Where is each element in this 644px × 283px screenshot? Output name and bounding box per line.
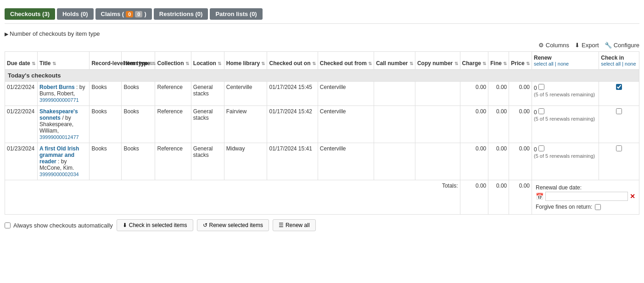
th-record-level-item-type[interactable]: Record-level item type ⇅ bbox=[90, 52, 122, 70]
collection-cell: Reference bbox=[155, 106, 191, 143]
checkin-checkbox[interactable] bbox=[616, 108, 622, 114]
record-type-cell: Books bbox=[90, 82, 122, 106]
tab-restrictions[interactable]: Restrictions (0) bbox=[154, 8, 208, 20]
th-charge[interactable]: Charge ⇅ bbox=[460, 52, 488, 70]
title-cell: Robert Burns : by Burns, Robert, 3999900… bbox=[38, 82, 90, 106]
table-row: 01/22/2024 Shakespeare's sonnets / by Sh… bbox=[5, 106, 639, 143]
tab-checkouts[interactable]: Checkouts (3) bbox=[5, 8, 55, 20]
th-checked-out-on[interactable]: Checked out on ⇅ bbox=[267, 52, 318, 70]
check-in-btn-label: Check in selected items bbox=[129, 222, 187, 228]
th-checked-out-from[interactable]: Checked out from ⇅ bbox=[318, 52, 374, 70]
check-in-selected-button[interactable]: ⬇ Check in selected items bbox=[117, 219, 193, 231]
renew-checkbox[interactable] bbox=[538, 108, 544, 114]
th-due-date[interactable]: Due date ⇅ bbox=[5, 52, 38, 70]
checkouts-table: Due date ⇅ Title ⇅ Record-level item typ… bbox=[5, 51, 639, 215]
sort-icon-home-library: ⇅ bbox=[261, 61, 265, 66]
renew-selected-btn-label: Renew selected items bbox=[209, 222, 263, 228]
columns-label: Columns bbox=[546, 42, 569, 49]
th-copy-number[interactable]: Copy number ⇅ bbox=[415, 52, 460, 70]
checkin-select-links: select all | none bbox=[601, 61, 637, 67]
configure-button[interactable]: 🔧 Configure bbox=[605, 42, 639, 49]
expand-link[interactable]: Number of checkouts by item type bbox=[5, 30, 100, 37]
renewals-remaining: (5 of 5 renewals remaining) bbox=[534, 92, 595, 97]
forgive-checkbox[interactable] bbox=[595, 204, 601, 210]
totals-charge: 0.00 bbox=[460, 180, 488, 215]
copy-number-cell bbox=[415, 143, 460, 180]
renew-all-button[interactable]: ☰ Renew all bbox=[273, 219, 316, 231]
title-link[interactable]: Robert Burns bbox=[39, 84, 75, 90]
sort-icon-call-number: ⇅ bbox=[409, 61, 413, 66]
barcode-link[interactable]: 39999000002034 bbox=[39, 172, 79, 177]
renew-select-none[interactable]: none bbox=[558, 61, 569, 67]
columns-button[interactable]: ⚙ Columns bbox=[538, 42, 569, 49]
title-link[interactable]: Shakespeare's sonnets bbox=[39, 108, 78, 121]
call-number-cell bbox=[374, 106, 415, 143]
export-button[interactable]: ⬇ Export bbox=[575, 42, 599, 49]
table-row: 01/22/2024 Robert Burns : by Burns, Robe… bbox=[5, 82, 639, 106]
th-title[interactable]: Title ⇅ bbox=[38, 52, 90, 70]
toolbar-row: ⚙ Columns ⬇ Export 🔧 Configure bbox=[5, 40, 639, 51]
section-header-row: Today's checkouts bbox=[5, 70, 639, 82]
always-show-label: Always show checkouts automatically bbox=[13, 222, 113, 229]
item-type-cell: Books bbox=[122, 82, 155, 106]
call-number-cell bbox=[374, 82, 415, 106]
th-fine[interactable]: Fine ⇅ bbox=[488, 52, 509, 70]
renew-cell: 0 (5 of 5 renewals remaining) bbox=[532, 106, 599, 143]
title-cell: A first Old Irish grammar and reader : b… bbox=[38, 143, 90, 180]
home-library-cell: Centerville bbox=[224, 82, 267, 106]
always-show-checkbox[interactable] bbox=[5, 222, 11, 228]
sort-icon-fine: ⇅ bbox=[503, 61, 507, 66]
checkin-checkbox[interactable] bbox=[616, 84, 622, 90]
checked-out-from-cell: Centerville bbox=[318, 82, 374, 106]
barcode-link[interactable]: 39999000000771 bbox=[39, 97, 79, 103]
tab-patron-lists[interactable]: Patron lists (0) bbox=[210, 8, 262, 20]
due-date-cell: 01/23/2024 bbox=[5, 143, 38, 180]
copy-number-cell bbox=[415, 82, 460, 106]
th-call-number[interactable]: Call number ⇅ bbox=[374, 52, 415, 70]
checked-out-on-cell: 01/17/2024 15:42 bbox=[267, 106, 318, 143]
checkin-select-none[interactable]: none bbox=[625, 61, 636, 67]
renewal-date-input[interactable] bbox=[545, 192, 628, 201]
location-cell: General stacks bbox=[191, 143, 224, 180]
due-date-cell: 01/22/2024 bbox=[5, 106, 38, 143]
home-library-cell: Fairview bbox=[224, 106, 267, 143]
checkin-cell bbox=[599, 143, 639, 180]
clear-date-button[interactable]: ✕ bbox=[630, 193, 635, 200]
th-price[interactable]: Price ⇅ bbox=[509, 52, 532, 70]
renew-select-links: select all | none bbox=[534, 61, 597, 67]
barcode-link[interactable]: 39999000012477 bbox=[39, 134, 79, 140]
collection-cell: Reference bbox=[155, 82, 191, 106]
th-location[interactable]: Location ⇅ bbox=[191, 52, 224, 70]
renew-selected-button[interactable]: ↺ Renew selected items bbox=[197, 219, 269, 231]
check-in-icon: ⬇ bbox=[123, 222, 127, 228]
title-cell: Shakespeare's sonnets / by Shakespeare, … bbox=[38, 106, 90, 143]
renew-all-btn-label: Renew all bbox=[286, 222, 310, 228]
location-cell: General stacks bbox=[191, 106, 224, 143]
totals-label: Totals: bbox=[5, 180, 460, 215]
th-item-type[interactable]: Item type ⇅ bbox=[122, 52, 155, 70]
renew-checkbox[interactable] bbox=[538, 84, 544, 90]
renewals-remaining: (5 of 5 renewals remaining) bbox=[534, 116, 595, 122]
sort-icon-checked-out-from: ⇅ bbox=[368, 61, 372, 66]
expand-row: Number of checkouts by item type bbox=[5, 28, 639, 40]
tab-claims[interactable]: Claims ( 0 0 ) bbox=[95, 8, 152, 20]
gear-icon: ⚙ bbox=[538, 42, 544, 49]
tab-holds[interactable]: Holds (0) bbox=[57, 8, 94, 20]
export-icon: ⬇ bbox=[575, 42, 580, 49]
claims-badge-1: 0 bbox=[126, 11, 133, 17]
charge-cell: 0.00 bbox=[460, 143, 488, 180]
th-home-library[interactable]: Home library ⇅ bbox=[224, 52, 267, 70]
renewal-date-row: 📅 ✕ bbox=[536, 192, 635, 201]
forgive-label: Forgive fines on return: bbox=[536, 204, 592, 210]
footer-row: Always show checkouts automatically ⬇ Ch… bbox=[5, 215, 639, 236]
renew-select-all[interactable]: select all bbox=[534, 61, 554, 67]
th-collection[interactable]: Collection ⇅ bbox=[155, 52, 191, 70]
tabs-bar: Checkouts (3) Holds (0) Claims ( 0 0 ) R… bbox=[5, 5, 639, 24]
sort-icon-charge: ⇅ bbox=[482, 61, 486, 66]
checkin-select-all[interactable]: select all bbox=[601, 61, 621, 67]
renew-checkbox[interactable] bbox=[538, 145, 544, 151]
fine-cell: 0.00 bbox=[488, 82, 509, 106]
renewal-date-label: Renewal due date: bbox=[536, 184, 582, 191]
sort-icon-title: ⇅ bbox=[52, 61, 56, 66]
checkin-checkbox[interactable] bbox=[616, 145, 622, 151]
